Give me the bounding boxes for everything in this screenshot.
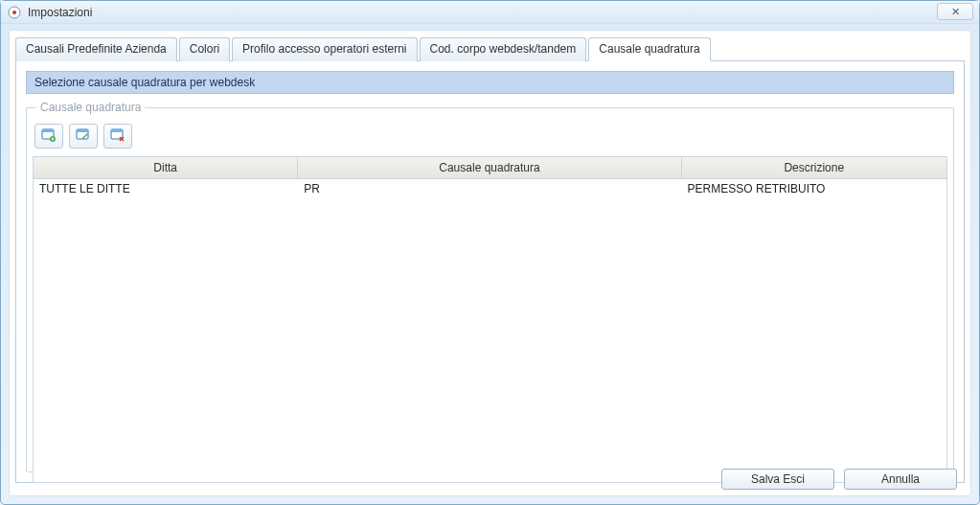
app-icon <box>7 5 22 20</box>
grid-header-causale[interactable]: Causale quadratura <box>298 157 681 178</box>
grid-header: Ditta Causale quadratura Descrizione <box>34 157 946 179</box>
grid-header-ditta[interactable]: Ditta <box>34 157 298 178</box>
tab-panel-causale-quadratura: Selezione causale quadratura per webdesk… <box>15 61 965 483</box>
section-banner: Selezione causale quadratura per webdesk <box>26 71 954 94</box>
grid-body: TUTTE LE DITTE PR PERMESSO RETRIBUITO <box>34 179 946 482</box>
cancel-button[interactable]: Annulla <box>844 469 957 490</box>
cell-causale: PR <box>298 179 681 198</box>
window: Impostazioni ✕ Causali Predefinite Azien… <box>0 0 980 505</box>
add-icon <box>41 128 57 145</box>
tab-colori[interactable]: Colori <box>179 37 230 61</box>
grid: Ditta Causale quadratura Descrizione TUT… <box>33 156 947 483</box>
delete-icon <box>110 128 125 145</box>
titlebar: Impostazioni ✕ <box>1 1 979 24</box>
svg-rect-3 <box>42 129 54 132</box>
tab-cod-corpo[interactable]: Cod. corpo webdesk/tandem <box>420 37 587 61</box>
tabstrip: Causali Predefinite Azienda Colori Profi… <box>15 36 965 61</box>
footer-buttons: Salva Esci Annulla <box>721 469 957 490</box>
window-title: Impostazioni <box>28 6 973 19</box>
grid-header-descrizione[interactable]: Descrizione <box>682 157 946 178</box>
cell-ditta: TUTTE LE DITTE <box>34 179 298 198</box>
svg-rect-6 <box>77 129 88 132</box>
table-row[interactable]: TUTTE LE DITTE PR PERMESSO RETRIBUITO <box>34 179 946 198</box>
add-button[interactable] <box>34 124 63 149</box>
edit-icon <box>76 128 91 145</box>
save-exit-button[interactable]: Salva Esci <box>721 469 834 490</box>
svg-rect-8 <box>111 129 123 132</box>
tab-causale-quadratura[interactable]: Causale quadratura <box>588 37 710 61</box>
groupbox-legend: Causale quadratura <box>36 101 145 114</box>
close-button[interactable]: ✕ <box>937 3 973 20</box>
tab-profilo-operatori[interactable]: Profilo accesso operatori esterni <box>232 37 417 61</box>
cell-descrizione: PERMESSO RETRIBUITO <box>682 179 946 198</box>
content: Causali Predefinite Azienda Colori Profi… <box>9 30 971 496</box>
groupbox-causale-quadratura: Causale quadratura <box>26 107 954 472</box>
grid-toolbar <box>27 120 953 156</box>
close-icon: ✕ <box>951 6 960 18</box>
svg-point-1 <box>12 11 16 14</box>
delete-button[interactable] <box>103 124 132 149</box>
edit-button[interactable] <box>69 124 98 149</box>
tab-causali-predefinite[interactable]: Causali Predefinite Azienda <box>15 37 177 61</box>
